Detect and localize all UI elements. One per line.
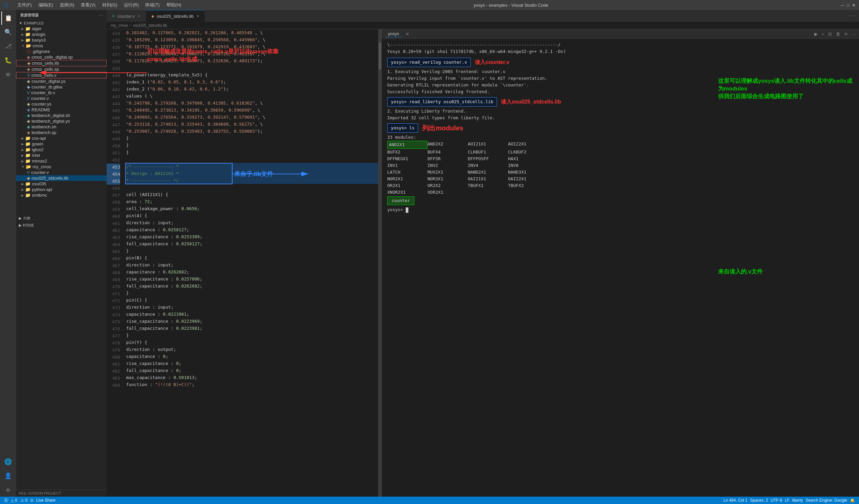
status-eol: LF [785,498,789,503]
menu-edit[interactable]: 编辑(E) [39,2,53,8]
module-tbufx1: TBUFX1 [468,182,508,189]
annotation-read-verilog: 读入counter.v [475,59,509,66]
tree-item-osu025-lib[interactable]: ◈ osu025_stdcells.lib [16,175,107,181]
activity-account[interactable]: 👤 [1,469,15,483]
activity-extensions[interactable]: ⊞ [1,68,15,81]
tree-section-outline[interactable]: ▶大纲 [16,215,107,222]
terminal-close-panel[interactable]: ✕ [844,31,848,36]
terminal-add-button[interactable]: + [822,31,825,36]
terminal-split-button[interactable]: ⊟ [828,31,832,36]
terminal-play-button[interactable]: ▶ [814,31,818,36]
status-errors[interactable]: △ 0 ⚠ 0 [11,498,28,503]
status-encoding: UTF-8 [771,498,782,503]
menu-run[interactable]: 运行(R) [124,2,139,8]
module-inv1: INV1 [387,162,427,169]
tree-item-testbench-sh[interactable]: ◈ testbench.sh [16,124,107,130]
terminal-prompt[interactable]: yosys> [387,206,854,213]
tree-section-examples[interactable]: ▼EXAMPLES [16,20,107,26]
tree-item-igloo2[interactable]: ▶ 📁 igloo2 [16,147,107,153]
menu-select[interactable]: 选择(S) [60,2,74,8]
status-language[interactable]: liberty [792,498,803,503]
tree-item-cmos-cells-lib[interactable]: ◈ cmos_cells.lib [16,60,107,66]
tree-item-anlogic[interactable]: ▶ 📁 anlogic [16,31,107,37]
module-inv8: INV8 [508,162,548,169]
status-bell-icon[interactable]: 🔔 [850,498,855,503]
window-controls: ─ □ ✕ [841,3,856,8]
menu-terminal[interactable]: 终端(T) [145,2,160,8]
tree-item-testbench-digital-sh[interactable]: ◈ testbench_digital.sh [16,113,107,118]
tab-osu025-lib[interactable]: ◈ osu025_stdcells.lib ✕ [146,10,205,22]
sidebar: 资源管理器 ··· ▼EXAMPLES ▶ 📁 aiger ▶ 📁 anlogi… [16,10,107,497]
tree-item-python-api[interactable]: ▶ 📁 python-api [16,187,107,192]
tree-item-basys3[interactable]: ▶ 📁 basys3 [16,37,107,43]
terminal-content[interactable]: \---------------------------------------… [382,39,859,497]
activity-settings[interactable]: ⚙ [1,483,15,497]
cmd-read-verilog-out2: Parsing Verilog input from `counter.v' t… [387,75,854,82]
tab-counter-v[interactable]: V counter.v ✕ [107,10,146,22]
status-live-share-icon: ⊙ [30,498,33,503]
tab-more-button[interactable]: ··· [845,10,859,22]
tree-item-counter-tb-v[interactable]: V counter_tb.v [16,90,107,95]
tree-item-testbench-sp[interactable]: ◈ testbench.sp [16,130,107,136]
activity-remote[interactable]: 🌐 [1,455,15,469]
breadcrumb-file[interactable]: osu025_stdcells.lib [133,23,167,28]
title-bar: ⬡ 文件(F) 编辑(E) 选择(S) 查看(V) 转到(G) 运行(R) 终端… [0,0,859,10]
activity-explorer[interactable]: 📋 [1,11,15,25]
tree-item-gitignore[interactable]: ⬡ .gitignore [16,49,107,54]
module-and2x2: AND2X2 [427,141,468,149]
menu-goto[interactable]: 转到(G) [102,2,118,8]
module-aoi22x1: AOI22X1 [508,141,548,149]
tree-item-counter-digital-ys[interactable]: ◈ counter_digital.ys [16,78,107,84]
tab-osu025-close[interactable]: ✕ [196,14,199,18]
tree-item-cmos-cells-v[interactable]: V cmos_cells.v [16,72,107,78]
tree-item-cox-api[interactable]: ▶ 📁 cox-api [16,136,107,141]
tab-lib-icon: ◈ [151,14,154,18]
tree-item-osu035[interactable]: ▶ 📁 osu035 [16,181,107,187]
module-clkbuf1: CLKBUF1 [468,149,508,156]
code-lines[interactable]: 0.101482, 0.127665, 0.202821, 0.261288, … [123,29,381,497]
module-latch: LATCH [387,169,427,176]
tab-counter-v-label: counter.v [117,14,135,19]
tree-item-readme[interactable]: ◈ README [16,107,107,113]
minimize-button[interactable]: ─ [841,3,844,8]
code-scrollbar[interactable] [378,29,381,497]
tree-item-cmos[interactable]: ▼ 📂 cmos [16,43,107,49]
modules-header: 33 modules: [387,134,854,141]
sidebar-dots[interactable]: ··· [99,13,103,18]
code-content: 434435436437438 439440441442443 44444544… [107,29,381,497]
menu-help[interactable]: 帮助(H) [166,2,181,8]
tree-item-smtbmc[interactable]: ▶ 📁 smtbmc [16,192,107,198]
activity-scm[interactable]: ⎇ [1,40,15,53]
tree-item-intel[interactable]: ▶ 📁 intel [16,153,107,158]
close-button[interactable]: ✕ [852,3,856,8]
menu-file[interactable]: 文件(F) [17,2,32,8]
tree-item-testbench-digital-ys[interactable]: ◈ testbench_digital.ys [16,118,107,124]
terminal-more-button[interactable]: ··· [852,31,856,36]
status-live-share[interactable]: Live Share [36,498,55,503]
tree-item-cmos-cells-sp[interactable]: ◈ cmos_cells.sp [16,66,107,72]
tree-item-my-cmos[interactable]: ▼ 📂 my_cmos [16,164,107,170]
terminal-tab-label[interactable]: yosys [385,31,402,37]
breadcrumb-my-cmos[interactable]: my_cmos [111,23,128,28]
tree-item-counter-ys[interactable]: ◈ counter.ys [16,101,107,107]
tree-item-counter-v[interactable]: V counter.v [16,95,107,101]
activity-search[interactable]: 🔍 [1,26,15,39]
maximize-button[interactable]: □ [847,3,849,8]
tree-item-mycmos-counter-v[interactable]: V counter.v [16,170,107,175]
activity-debug[interactable]: 🐛 [1,53,15,67]
tree-item-gowin[interactable]: ▶ 📁 gowin [16,141,107,147]
terminal-close-icon[interactable]: ✕ [406,31,409,36]
tree-section-timeline[interactable]: ▶时间线 [16,222,107,229]
menu-view[interactable]: 查看(V) [81,2,95,8]
tree-item-cmos-digital-sp[interactable]: ◈ cmos_cells_digital.sp [16,54,107,60]
cmd-read-verilog: yosys> read_verilog counter.v [391,60,467,65]
module-bufx4: BUFX4 [427,149,468,156]
tree-item-counter-tb-gtkw[interactable]: ◈ counter_tb.gtkw [16,84,107,90]
terminal-trash-button[interactable]: 🗑 [836,31,840,36]
tab-counter-v-close[interactable]: ✕ [138,14,140,18]
cmd-read-verilog-out1: 1. Executing Verilog-2005 frontend: coun… [387,68,854,75]
tree-item-aiger[interactable]: ▶ 📁 aiger [16,26,107,31]
activity-bar: 📋 🔍 ⎇ 🐛 ⊞ 🌐 👤 ⚙ [0,10,16,497]
tree-item-mimas2[interactable]: ▶ 📁 mimas2 [16,158,107,164]
module-xor2x1: XOR2X1 [427,189,468,196]
